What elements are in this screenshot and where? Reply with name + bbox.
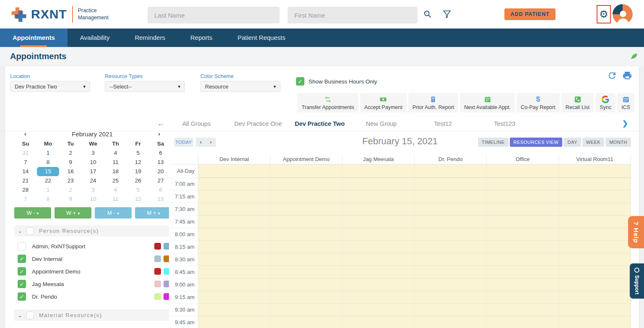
time-slot-cell[interactable] — [198, 304, 270, 316]
time-slot-cell[interactable] — [487, 316, 559, 328]
material-resources-header[interactable]: ⌄ Material Resource(s) — [14, 310, 172, 321]
mini-cal-day[interactable]: 1 — [37, 185, 60, 195]
mini-cal-day[interactable]: 22 — [37, 176, 60, 185]
last-name-input[interactable] — [148, 7, 280, 23]
mini-cal-day[interactable]: 5 — [127, 185, 149, 195]
mini-cal-day[interactable]: 12 — [127, 195, 149, 204]
mini-cal-day[interactable]: 11 — [104, 158, 127, 167]
refresh-icon[interactable] — [607, 70, 617, 81]
nav-tab-reminders[interactable]: Reminders — [122, 29, 178, 47]
mini-cal-day[interactable]: 21 — [14, 176, 37, 185]
time-slot-cell[interactable] — [415, 228, 487, 241]
time-slot-cell[interactable] — [487, 216, 559, 228]
group-tab-test123[interactable]: Test123 — [474, 117, 535, 130]
time-slot-cell[interactable] — [198, 253, 270, 266]
time-slot-cell[interactable] — [559, 279, 631, 291]
nav-tab-availability[interactable]: Availability — [68, 29, 122, 47]
time-slot-cell[interactable] — [343, 216, 415, 228]
time-slot-cell[interactable] — [415, 241, 487, 253]
mini-cal-day[interactable]: 4 — [104, 185, 127, 195]
time-slot-cell[interactable] — [270, 291, 343, 304]
mini-cal-day[interactable]: 16 — [59, 167, 82, 176]
time-slot-cell[interactable] — [415, 316, 487, 328]
time-slot-cell[interactable] — [487, 304, 559, 316]
recall-list-button[interactable]: Recall List — [561, 93, 594, 112]
search-icon[interactable] — [423, 9, 433, 19]
user-avatar[interactable] — [613, 4, 633, 24]
checkbox-checked-icon[interactable]: ✓ — [18, 255, 26, 263]
business-hours-toggle[interactable]: ✓ Show Business Hours Only — [296, 77, 377, 86]
time-slot-cell[interactable] — [343, 203, 415, 216]
mini-cal-day[interactable]: 20 — [149, 167, 172, 176]
time-slot-cell[interactable] — [559, 291, 631, 304]
time-slot-cell[interactable] — [198, 178, 270, 190]
prior-auth-report-button[interactable]: Prior Auth. Report — [408, 93, 458, 112]
all-day-slot-cell[interactable] — [487, 164, 559, 178]
time-slot-cell[interactable] — [270, 279, 343, 291]
time-slot-cell[interactable] — [487, 178, 559, 190]
all-day-slot-cell[interactable] — [343, 164, 415, 178]
nav-tab-reports[interactable]: Reports — [178, 29, 225, 47]
group-tab-new-group[interactable]: New Group — [351, 117, 412, 130]
first-name-input[interactable] — [288, 7, 418, 23]
time-slot-cell[interactable] — [343, 279, 415, 291]
settings-gear-highlight-box[interactable]: ⚙ — [597, 5, 611, 23]
range-button-w-[interactable]: W -▾ — [14, 207, 51, 219]
time-slot-cell[interactable] — [198, 291, 270, 304]
mini-cal-day[interactable]: 7 — [14, 158, 37, 167]
time-slot-cell[interactable] — [343, 178, 415, 190]
time-slot-cell[interactable] — [198, 228, 270, 241]
mini-cal-day[interactable]: 11 — [104, 195, 127, 204]
groups-scroll-left-icon[interactable]: ← — [157, 119, 165, 128]
gear-icon[interactable]: ⚙ — [599, 9, 608, 19]
time-slot-cell[interactable] — [343, 228, 415, 241]
time-slot-cell[interactable] — [198, 190, 270, 203]
time-slot-cell[interactable] — [343, 266, 415, 279]
time-slot-cell[interactable] — [559, 178, 631, 190]
mini-cal-day[interactable]: 12 — [127, 158, 149, 167]
time-slot-cell[interactable] — [270, 316, 343, 328]
checkbox-checked-icon[interactable]: ✓ — [296, 77, 304, 86]
time-slot-cell[interactable] — [559, 253, 631, 266]
mini-cal-day[interactable]: 2 — [59, 148, 82, 158]
time-slot-cell[interactable] — [487, 291, 559, 304]
time-slot-cell[interactable] — [415, 253, 487, 266]
time-slot-cell[interactable] — [343, 316, 415, 328]
time-slot-cell[interactable] — [343, 253, 415, 266]
time-slot-cell[interactable] — [487, 241, 559, 253]
view-button-week[interactable]: WEEK — [582, 138, 604, 147]
mini-cal-day[interactable]: 18 — [104, 167, 127, 176]
time-slot-cell[interactable] — [198, 241, 270, 253]
groups-scroll-right-icon[interactable]: ❯ — [622, 119, 628, 128]
group-tab-test12[interactable]: Test12 — [412, 117, 474, 130]
time-slot-cell[interactable] — [343, 291, 415, 304]
all-day-slot-cell[interactable] — [270, 164, 343, 178]
transfer-appointments-button[interactable]: Transfer Appointments — [297, 93, 358, 112]
view-button-timeline[interactable]: TIMELINE — [478, 138, 509, 147]
time-slot-cell[interactable] — [198, 216, 270, 228]
time-slot-cell[interactable] — [270, 190, 343, 203]
mini-cal-day[interactable]: 8 — [37, 158, 60, 167]
checkbox-checked-icon[interactable]: ✓ — [18, 292, 26, 301]
time-slot-cell[interactable] — [487, 190, 559, 203]
mini-cal-day[interactable]: 14 — [14, 167, 37, 176]
time-slot-cell[interactable] — [270, 178, 343, 190]
range-button-m+[interactable]: M +▾ — [135, 207, 172, 219]
view-button-month[interactable]: MONTH — [605, 138, 631, 147]
time-slot-cell[interactable] — [198, 266, 270, 279]
range-button-m-[interactable]: M -▾ — [95, 207, 132, 219]
next-available-appt-button[interactable]: Next Available Appt. — [460, 93, 515, 112]
time-slot-cell[interactable] — [270, 266, 343, 279]
mini-cal-day[interactable]: 27 — [149, 176, 172, 185]
time-slot-cell[interactable] — [198, 279, 270, 291]
print-icon[interactable] — [622, 70, 632, 81]
view-button-day[interactable]: DAY — [564, 138, 581, 147]
all-day-slot-cell[interactable] — [415, 164, 487, 178]
all-day-slot-cell[interactable] — [559, 164, 631, 178]
mini-cal-day[interactable]: 7 — [14, 195, 37, 204]
time-slot-cell[interactable] — [487, 279, 559, 291]
mini-cal-day[interactable]: 5 — [127, 148, 149, 158]
time-slot-cell[interactable] — [559, 266, 631, 279]
mini-cal-day[interactable]: 17 — [82, 167, 104, 176]
filter-funnel-icon[interactable] — [442, 9, 452, 19]
